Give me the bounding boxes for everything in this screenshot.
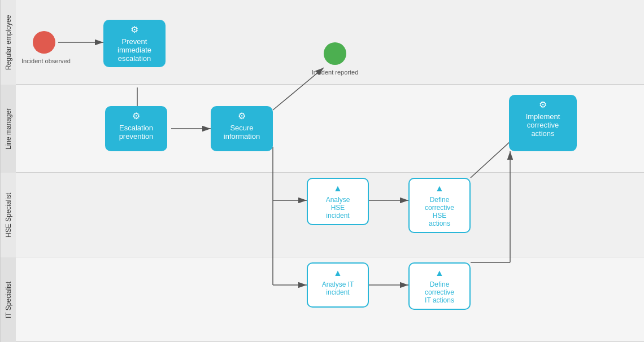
incident-observed-node xyxy=(33,31,55,54)
incident-observed-text: Incident observed xyxy=(21,58,71,64)
analyse-it-node[interactable]: ▲ Analyse IT incident xyxy=(307,262,369,308)
regular-employee-text: Regular employee xyxy=(5,15,12,69)
define-it-box: ▲ Define corrective IT actions xyxy=(408,262,471,310)
secure-information-text: Secure information xyxy=(224,124,260,141)
swimlane-labels: Regular employee Line manager HSE Specia… xyxy=(0,0,16,342)
incident-observed-circle xyxy=(33,31,55,54)
incident-observed-label: Incident observed xyxy=(21,58,67,64)
escalation-prevention-icon: ⚙ xyxy=(111,111,162,121)
analyse-hse-icon: ▲ xyxy=(314,183,362,194)
lane-it-label: IT Specialist xyxy=(0,257,16,342)
analyse-it-icon: ▲ xyxy=(314,268,362,278)
lane-line-label: Line manager xyxy=(0,85,16,173)
define-hse-node[interactable]: ▲ Define corrective HSE actions xyxy=(408,178,471,233)
analyse-it-text: Analyse IT incident xyxy=(322,280,354,296)
incident-reported-label: Incident reported xyxy=(304,69,366,76)
implement-corrective-node[interactable]: ⚙ Implement corrective actions xyxy=(509,95,577,151)
secure-information-box: ⚙ Secure information xyxy=(211,106,273,151)
lane-regular-label: Regular employee xyxy=(0,0,16,85)
implement-corrective-box: ⚙ Implement corrective actions xyxy=(509,95,577,151)
secure-information-node[interactable]: ⚙ Secure information xyxy=(211,106,273,151)
define-it-node[interactable]: ▲ Define corrective IT actions xyxy=(408,262,471,310)
hse-specialist-text: HSE Specialist xyxy=(5,192,12,237)
escalation-prevention-node[interactable]: ⚙ Escalation prevention xyxy=(105,106,167,151)
analyse-hse-box: ▲ Analyse HSE incident xyxy=(307,178,369,225)
analyse-it-box: ▲ Analyse IT incident xyxy=(307,262,369,308)
diagram-container: Regular employee Line manager HSE Specia… xyxy=(0,0,644,342)
escalation-prevention-box: ⚙ Escalation prevention xyxy=(105,106,167,151)
analyse-hse-text: Analyse HSE incident xyxy=(326,196,350,220)
incident-reported-node xyxy=(324,42,346,65)
define-hse-box: ▲ Define corrective HSE actions xyxy=(408,178,471,233)
implement-corrective-text: Implement corrective actions xyxy=(526,112,560,138)
analyse-hse-node[interactable]: ▲ Analyse HSE incident xyxy=(307,178,369,225)
secure-information-icon: ⚙ xyxy=(216,111,267,121)
define-it-icon: ▲ xyxy=(415,268,464,278)
escalation-prevention-text: Escalation prevention xyxy=(119,124,154,141)
prevent-escalation-node[interactable]: ⚙ Prevent immediate escalation xyxy=(103,20,166,67)
lane-hse-label: HSE Specialist xyxy=(0,173,16,257)
prevent-escalation-icon: ⚙ xyxy=(109,24,160,35)
incident-reported-text: Incident reported xyxy=(312,69,359,76)
prevent-escalation-box: ⚙ Prevent immediate escalation xyxy=(103,20,166,67)
incident-reported-circle xyxy=(324,42,346,65)
line-manager-text: Line manager xyxy=(5,108,12,149)
prevent-escalation-text: Prevent immediate escalation xyxy=(118,37,151,63)
define-it-text: Define corrective IT actions xyxy=(425,280,454,304)
diagram-main: Incident observed ⚙ Prevent immediate es… xyxy=(16,0,644,342)
define-hse-icon: ▲ xyxy=(415,183,464,194)
define-hse-text: Define corrective HSE actions xyxy=(425,196,454,227)
implement-corrective-icon: ⚙ xyxy=(515,99,571,110)
it-specialist-text: IT Specialist xyxy=(5,281,12,318)
